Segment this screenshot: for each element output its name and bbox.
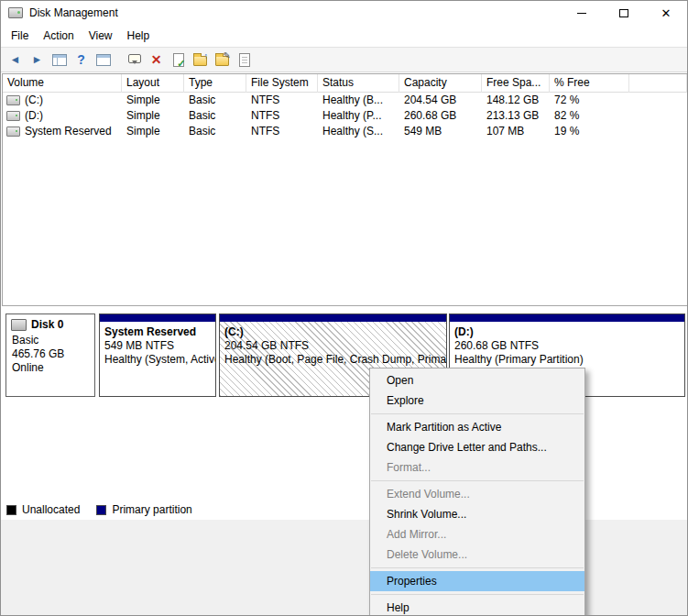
disk-type: Basic xyxy=(12,334,94,347)
disk0-header[interactable]: Disk 0 Basic 465.76 GB Online xyxy=(5,314,95,397)
layout-cell: Simple xyxy=(122,108,184,124)
menu-item-open[interactable]: Open xyxy=(370,370,584,390)
table-row-d[interactable]: (D:) Simple Basic NTFS Healthy (P... 260… xyxy=(3,108,687,124)
menu-action[interactable]: Action xyxy=(36,27,81,45)
partition-title: (D:) xyxy=(454,325,680,339)
partition-title: (C:) xyxy=(224,325,442,339)
context-menu: Open Explore Mark Partition as Active Ch… xyxy=(369,368,585,616)
disk-size: 465.76 GB xyxy=(12,347,94,361)
fs-cell: NTFS xyxy=(246,124,318,139)
menu-item-properties[interactable]: Properties xyxy=(370,571,584,591)
partition-status: Healthy (Boot, Page File, Crash Dump, Pr… xyxy=(224,353,442,367)
layout-cell: Simple xyxy=(122,93,184,108)
status-cell: Healthy (S... xyxy=(318,124,399,139)
report-button[interactable] xyxy=(234,50,255,71)
menu-item-help[interactable]: Help xyxy=(370,598,584,616)
pct-free-cell: 82 % xyxy=(550,108,629,124)
volume-name: System Reserved xyxy=(25,124,112,139)
column-header-file-system[interactable]: File System xyxy=(246,74,318,93)
show-console-tree-button[interactable] xyxy=(49,50,70,71)
primary-partition-swatch xyxy=(96,505,106,515)
forward-icon: ► xyxy=(32,54,43,65)
menu-item-add-mirror: Add Mirror... xyxy=(370,524,584,544)
close-button[interactable]: ✕ xyxy=(645,1,687,25)
partition-title: System Reserved xyxy=(104,325,211,339)
partition-size: 260.68 GB NTFS xyxy=(454,339,680,353)
maximize-button[interactable] xyxy=(603,1,645,25)
folder-edit-button[interactable] xyxy=(212,50,233,71)
partition-system-reserved[interactable]: System Reserved 549 MB NTFS Healthy (Sys… xyxy=(99,314,216,397)
check-disk-button[interactable]: ✓ xyxy=(168,50,189,71)
folder-up-button[interactable] xyxy=(190,50,211,71)
menu-item-change-drive-letter[interactable]: Change Drive Letter and Paths... xyxy=(370,437,584,457)
partition-status: Healthy (Primary Partition) xyxy=(454,353,680,367)
column-header-layout[interactable]: Layout xyxy=(122,74,184,93)
help-button[interactable]: ? xyxy=(71,50,92,71)
legend-unallocated-label: Unallocated xyxy=(22,503,80,516)
forward-button[interactable]: ► xyxy=(27,50,48,71)
capacity-cell: 549 MB xyxy=(399,124,482,139)
minimize-icon xyxy=(577,13,586,14)
menu-separator xyxy=(371,567,584,568)
back-button[interactable]: ◄ xyxy=(5,50,26,71)
column-header-status[interactable]: Status xyxy=(318,74,399,93)
type-cell: Basic xyxy=(184,124,246,139)
report-icon xyxy=(239,53,250,67)
menu-item-mark-partition-active[interactable]: Mark Partition as Active xyxy=(370,417,584,437)
unallocated-swatch xyxy=(6,505,16,515)
volume-list-pane: Volume Layout Type File System Status Ca… xyxy=(2,73,688,306)
table-row-system-reserved[interactable]: System Reserved Simple Basic NTFS Health… xyxy=(3,124,687,139)
disk-name: Disk 0 xyxy=(31,318,63,331)
layout-cell: Simple xyxy=(122,124,184,139)
toolbar: ◄ ► ? ✕ ✓ xyxy=(1,47,687,72)
primary-partition-bar xyxy=(220,314,446,322)
fs-cell: NTFS xyxy=(246,93,318,108)
check-icon: ✓ xyxy=(177,59,185,69)
primary-partition-bar xyxy=(100,314,215,322)
free-space-cell: 148.12 GB xyxy=(482,93,550,108)
column-header-volume[interactable]: Volume xyxy=(3,74,122,93)
volume-list-header: Volume Layout Type File System Status Ca… xyxy=(3,74,687,93)
column-header-empty xyxy=(629,74,687,93)
menu-item-format: Format... xyxy=(370,457,584,478)
console-tree-icon xyxy=(52,54,67,66)
folder-up-icon xyxy=(193,56,207,66)
free-space-cell: 107 MB xyxy=(482,124,550,139)
menu-help[interactable]: Help xyxy=(120,27,158,45)
table-row-c[interactable]: (C:) Simple Basic NTFS Healthy (B... 204… xyxy=(3,93,687,108)
column-header-free-space[interactable]: Free Spa... xyxy=(482,74,550,93)
menu-view[interactable]: View xyxy=(82,27,120,45)
disk-management-app-icon xyxy=(8,7,23,18)
capacity-cell: 204.54 GB xyxy=(399,93,482,108)
maximize-icon xyxy=(619,9,628,17)
list-view-button[interactable] xyxy=(93,50,114,71)
column-header-capacity[interactable]: Capacity xyxy=(399,74,482,93)
menu-item-extend-volume: Extend Volume... xyxy=(370,484,584,504)
menu-item-shrink-volume[interactable]: Shrink Volume... xyxy=(370,504,584,524)
menu-separator xyxy=(371,413,584,414)
menu-file[interactable]: File xyxy=(4,27,36,45)
help-icon: ? xyxy=(77,53,85,66)
menu-bar: File Action View Help xyxy=(1,25,687,47)
primary-partition-bar xyxy=(450,314,684,322)
check-page-icon: ✓ xyxy=(173,53,184,67)
drive-icon xyxy=(6,95,20,105)
speech-bubble-icon xyxy=(128,54,141,63)
list-view-icon xyxy=(96,54,111,66)
toolbar-separator xyxy=(115,50,123,71)
minimize-button[interactable] xyxy=(561,1,603,25)
red-x-icon: ✕ xyxy=(151,53,162,66)
status-cell: Healthy (B... xyxy=(318,93,399,108)
back-icon: ◄ xyxy=(10,54,21,65)
volume-name: (C:) xyxy=(25,93,43,108)
close-icon: ✕ xyxy=(661,7,672,19)
menu-item-explore[interactable]: Explore xyxy=(370,390,584,411)
delete-volume-button[interactable]: ✕ xyxy=(146,50,167,71)
column-header-pct-free[interactable]: % Free xyxy=(550,74,629,93)
legend-unallocated: Unallocated xyxy=(6,503,80,516)
menu-separator xyxy=(371,480,584,481)
action-pane-button[interactable] xyxy=(124,50,145,71)
column-header-type[interactable]: Type xyxy=(184,74,246,93)
menu-item-delete-volume: Delete Volume... xyxy=(370,544,584,565)
partition-status: Healthy (System, Active, Primary Partiti… xyxy=(104,353,211,367)
